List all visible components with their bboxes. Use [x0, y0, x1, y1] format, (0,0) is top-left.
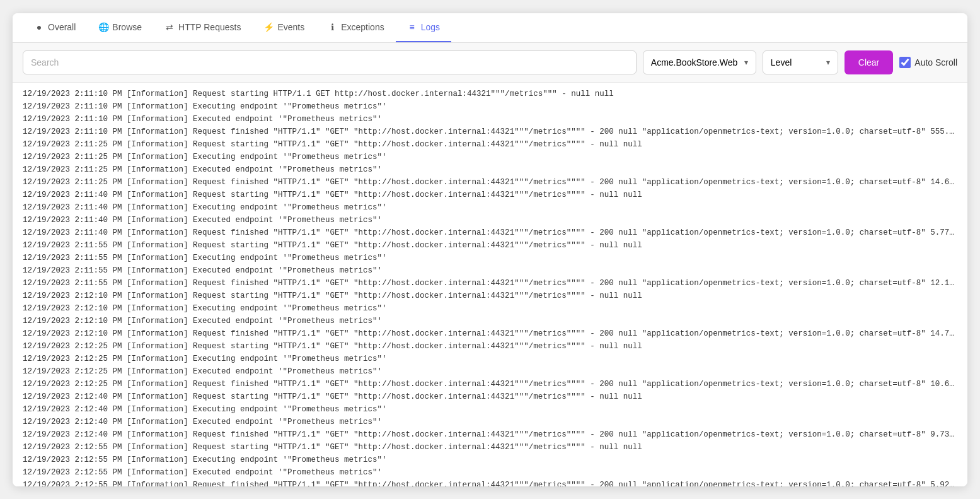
log-line: 12/19/2023 2:12:25 PM [Information] Requ…	[23, 340, 957, 353]
log-line: 12/19/2023 2:12:10 PM [Information] Exec…	[23, 315, 957, 327]
app-selector-label: Acme.BookStore.Web	[651, 57, 737, 68]
log-line: 12/19/2023 2:11:55 PM [Information] Requ…	[23, 239, 957, 252]
app-window: ●Overall🌐Browse⇄HTTP Requests⚡EventsℹExc…	[13, 13, 967, 486]
tab-exceptions[interactable]: ℹExceptions	[316, 13, 395, 42]
log-line: 12/19/2023 2:12:55 PM [Information] Exec…	[23, 466, 957, 479]
log-line: 12/19/2023 2:12:40 PM [Information] Exec…	[23, 416, 957, 428]
log-line: 12/19/2023 2:11:25 PM [Information] Exec…	[23, 163, 957, 176]
log-line: 12/19/2023 2:11:55 PM [Information] Exec…	[23, 252, 957, 264]
search-input[interactable]	[23, 50, 637, 74]
tab-events[interactable]: ⚡Events	[252, 13, 316, 42]
overall-icon: ●	[34, 22, 44, 32]
log-line: 12/19/2023 2:11:40 PM [Information] Requ…	[23, 189, 957, 201]
tab-label-logs: Logs	[421, 22, 440, 32]
toolbar: Acme.BookStore.Web ▾ Level ▾ Clear Auto …	[13, 43, 967, 83]
logs-icon: ≡	[407, 22, 417, 32]
log-line: 12/19/2023 2:12:40 PM [Information] Requ…	[23, 428, 957, 441]
log-area[interactable]: 12/19/2023 2:11:10 PM [Information] Requ…	[13, 83, 967, 486]
tab-label-events: Events	[277, 22, 304, 32]
auto-scroll-label: Auto Scroll	[914, 57, 957, 68]
log-line: 12/19/2023 2:11:55 PM [Information] Exec…	[23, 264, 957, 277]
log-line: 12/19/2023 2:11:10 PM [Information] Exec…	[23, 100, 957, 113]
auto-scroll-checkbox[interactable]	[899, 57, 911, 68]
tab-overall[interactable]: ●Overall	[23, 13, 87, 42]
log-line: 12/19/2023 2:12:10 PM [Information] Exec…	[23, 302, 957, 315]
log-line: 12/19/2023 2:11:10 PM [Information] Requ…	[23, 88, 957, 100]
chevron-down-icon: ▾	[826, 58, 830, 67]
log-line: 12/19/2023 2:12:10 PM [Information] Requ…	[23, 327, 957, 340]
log-line: 12/19/2023 2:11:25 PM [Information] Exec…	[23, 151, 957, 163]
log-line: 12/19/2023 2:12:40 PM [Information] Exec…	[23, 403, 957, 416]
log-line: 12/19/2023 2:12:40 PM [Information] Requ…	[23, 390, 957, 403]
browse-icon: 🌐	[98, 22, 108, 32]
clear-button[interactable]: Clear	[845, 50, 893, 74]
log-line: 12/19/2023 2:12:55 PM [Information] Exec…	[23, 454, 957, 466]
log-line: 12/19/2023 2:12:25 PM [Information] Exec…	[23, 365, 957, 378]
log-line: 12/19/2023 2:11:40 PM [Information] Exec…	[23, 201, 957, 214]
log-line: 12/19/2023 2:12:10 PM [Information] Requ…	[23, 290, 957, 302]
tab-http-requests[interactable]: ⇄HTTP Requests	[153, 13, 252, 42]
log-line: 12/19/2023 2:11:40 PM [Information] Requ…	[23, 226, 957, 239]
level-selector-label: Level	[771, 57, 792, 68]
chevron-down-icon: ▾	[744, 58, 748, 67]
level-selector-dropdown[interactable]: Level ▾	[763, 50, 838, 74]
log-line: 12/19/2023 2:12:25 PM [Information] Exec…	[23, 353, 957, 365]
log-line: 12/19/2023 2:11:25 PM [Information] Requ…	[23, 176, 957, 189]
tab-label-browse: Browse	[112, 22, 142, 32]
tab-label-exceptions: Exceptions	[341, 22, 384, 32]
tab-label-http-requests: HTTP Requests	[178, 22, 241, 32]
log-line: 12/19/2023 2:11:55 PM [Information] Requ…	[23, 277, 957, 290]
log-line: 12/19/2023 2:12:25 PM [Information] Requ…	[23, 378, 957, 390]
log-line: 12/19/2023 2:12:55 PM [Information] Requ…	[23, 479, 957, 486]
log-line: 12/19/2023 2:11:10 PM [Information] Exec…	[23, 113, 957, 126]
tab-label-overall: Overall	[48, 22, 76, 32]
http-requests-icon: ⇄	[164, 22, 175, 32]
exceptions-icon: ℹ	[327, 22, 337, 32]
tab-bar: ●Overall🌐Browse⇄HTTP Requests⚡EventsℹExc…	[13, 13, 967, 43]
log-line: 12/19/2023 2:11:40 PM [Information] Exec…	[23, 214, 957, 226]
log-line: 12/19/2023 2:12:55 PM [Information] Requ…	[23, 441, 957, 454]
events-icon: ⚡	[263, 22, 274, 32]
tab-logs[interactable]: ≡Logs	[396, 13, 451, 42]
log-line: 12/19/2023 2:11:25 PM [Information] Requ…	[23, 138, 957, 151]
tab-browse[interactable]: 🌐Browse	[87, 13, 153, 42]
app-selector-dropdown[interactable]: Acme.BookStore.Web ▾	[643, 50, 756, 74]
auto-scroll-toggle[interactable]: Auto Scroll	[899, 57, 957, 68]
log-line: 12/19/2023 2:11:10 PM [Information] Requ…	[23, 126, 957, 138]
